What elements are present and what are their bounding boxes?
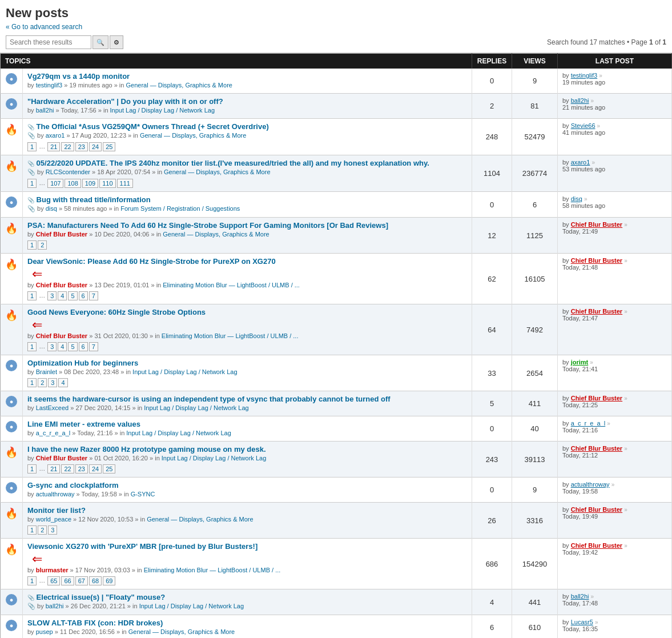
page-link[interactable]: 1: [27, 464, 37, 474]
topic-author[interactable]: pusep: [36, 628, 53, 635]
page-link[interactable]: 21: [47, 464, 60, 474]
page-link[interactable]: 23: [75, 142, 88, 151]
page-link[interactable]: 6: [79, 291, 88, 300]
page-link[interactable]: 2: [38, 525, 47, 535]
page-link[interactable]: 3: [48, 525, 57, 535]
lastpost-username[interactable]: a_c_r_e_a_l: [571, 420, 606, 427]
topic-title[interactable]: it seems the hardware-cursor is using an…: [27, 395, 467, 403]
page-link[interactable]: 7: [89, 342, 98, 351]
page-link[interactable]: 3: [47, 291, 57, 300]
page-link[interactable]: 23: [75, 464, 88, 474]
topic-forum[interactable]: Input Lag / Display Lag / Network Lag: [162, 455, 266, 462]
topic-author[interactable]: RLCScontender: [46, 168, 90, 175]
topic-title[interactable]: Viewsonic XG270 with 'PureXP' MBR [pre-t…: [27, 542, 467, 551]
topic-author[interactable]: a_c_r_e_a_l: [36, 430, 71, 436]
page-link[interactable]: 107: [47, 179, 63, 188]
topic-title[interactable]: Monitor tier list?: [27, 506, 467, 515]
lastpost-username[interactable]: Chief Blur Buster: [571, 506, 622, 513]
page-link[interactable]: 5: [68, 291, 77, 300]
topic-forum[interactable]: General — Displays, Graphics & More: [163, 231, 269, 238]
search-input[interactable]: [6, 35, 91, 49]
topic-forum[interactable]: Input Lag / Display Lag / Network Lag: [110, 107, 215, 114]
topic-author[interactable]: Chief Blur Buster: [36, 231, 87, 238]
topic-forum[interactable]: Input Lag / Display Lag / Network Lag: [139, 603, 244, 609]
lastpost-username[interactable]: Chief Blur Buster: [571, 542, 622, 549]
topic-forum[interactable]: Forum System / Registration / Suggestion…: [120, 205, 240, 212]
lastpost-username[interactable]: disq: [571, 195, 582, 202]
page-link[interactable]: 3: [47, 342, 57, 351]
lastpost-username[interactable]: Chief Blur Buster: [571, 445, 622, 452]
topic-title[interactable]: 📎 The Official *Asus VG259QM* Owners Thr…: [27, 122, 467, 131]
topic-forum[interactable]: General — Displays, Graphics & More: [147, 516, 253, 523]
topic-title[interactable]: SLOW ALT-TAB FIX (con: HDR brokes): [27, 619, 467, 627]
topic-forum[interactable]: Eliminating Motion Blur — LightBoost / U…: [144, 567, 281, 573]
lastpost-username[interactable]: axaro1: [571, 159, 590, 166]
page-link[interactable]: 108: [65, 179, 81, 188]
topic-title[interactable]: 📎 Bug with thread title/information: [27, 195, 467, 204]
page-link[interactable]: 1: [27, 142, 37, 151]
page-link[interactable]: 4: [58, 291, 67, 300]
topic-forum[interactable]: G-SYNC: [131, 491, 155, 497]
page-link[interactable]: 7: [89, 291, 98, 300]
topic-title[interactable]: "Hardware Acceleration" | Do you play wi…: [27, 97, 467, 106]
page-link[interactable]: 67: [75, 576, 88, 585]
page-link[interactable]: 110: [99, 179, 115, 188]
topic-author[interactable]: axaro1: [46, 132, 65, 139]
topic-author[interactable]: ball2hi: [36, 107, 54, 114]
lastpost-username[interactable]: actualthroway: [571, 481, 610, 488]
lastpost-username[interactable]: Chief Blur Buster: [571, 395, 622, 402]
topic-title[interactable]: Vg279qm vs a 1440p monitor: [27, 72, 467, 81]
page-link[interactable]: 1: [27, 291, 37, 300]
lastpost-username[interactable]: ball2hi: [571, 97, 589, 104]
page-link[interactable]: 25: [103, 142, 115, 151]
page-link[interactable]: 1: [27, 525, 37, 535]
topic-forum[interactable]: General — Displays, Graphics & More: [164, 168, 270, 175]
page-link[interactable]: 5: [68, 342, 77, 351]
topic-title[interactable]: 📎 05/22/2020 UPDATE. The IPS 240hz monit…: [27, 159, 467, 167]
page-link[interactable]: 1: [27, 576, 37, 585]
topic-forum[interactable]: General — Displays, Graphics & More: [140, 132, 246, 139]
page-link[interactable]: 2: [38, 378, 47, 387]
topic-author[interactable]: actualthroway: [36, 491, 75, 497]
topic-title[interactable]: I have the new Razer 8000 Hz prototype g…: [27, 445, 467, 454]
topic-author[interactable]: Chief Blur Buster: [36, 282, 87, 288]
page-link[interactable]: 111: [117, 179, 133, 188]
topic-title[interactable]: G-sync and clockplatform: [27, 481, 467, 489]
topic-author[interactable]: Chief Blur Buster: [36, 455, 87, 462]
lastpost-username[interactable]: Chief Blur Buster: [571, 221, 622, 228]
page-link[interactable]: 69: [103, 576, 115, 585]
topic-forum[interactable]: Eliminating Motion Blur — LightBoost / U…: [162, 332, 299, 339]
topic-title[interactable]: Good News Everyone: 60Hz Single Strobe O…: [27, 308, 467, 316]
page-link[interactable]: 3: [48, 378, 57, 387]
page-link[interactable]: 65: [47, 576, 60, 585]
search-button[interactable]: 🔍: [92, 35, 108, 49]
page-link[interactable]: 24: [89, 464, 102, 474]
lastpost-username[interactable]: Chief Blur Buster: [571, 257, 622, 264]
topic-author[interactable]: world_peace: [36, 516, 71, 523]
advanced-search-link[interactable]: « Go to advanced search: [6, 23, 82, 31]
page-link[interactable]: 68: [89, 576, 102, 585]
topic-title[interactable]: Optimization Hub for beginners: [27, 359, 467, 367]
page-link[interactable]: 22: [61, 142, 74, 151]
topic-forum[interactable]: Input Lag / Display Lag / Network Lag: [126, 430, 231, 436]
topic-forum[interactable]: General — Displays, Graphics & More: [126, 82, 232, 89]
page-link[interactable]: 4: [58, 342, 67, 351]
topic-author[interactable]: LastExceed: [36, 404, 69, 411]
search-settings-button[interactable]: ⚙: [110, 35, 123, 49]
page-link[interactable]: 25: [103, 464, 115, 474]
lastpost-username[interactable]: testinglif3: [571, 72, 597, 79]
page-link[interactable]: 4: [58, 378, 67, 387]
topic-forum[interactable]: Eliminating Motion Blur — LightBoost / U…: [163, 282, 300, 288]
page-link[interactable]: 1: [27, 179, 37, 188]
lastpost-username[interactable]: Lucasr5: [571, 619, 593, 625]
topic-author[interactable]: Brainlet: [36, 368, 57, 375]
topic-author[interactable]: testinglif3: [36, 82, 62, 89]
topic-title[interactable]: Dear ViewSonic: Please Add 60 Hz Single-…: [27, 257, 467, 266]
topic-author[interactable]: Chief Blur Buster: [36, 332, 87, 339]
page-link[interactable]: 1: [27, 240, 37, 250]
lastpost-username[interactable]: ball2hi: [571, 593, 589, 600]
topic-author[interactable]: ball2hi: [46, 603, 64, 609]
topic-title[interactable]: 📎 Electrical issue(s) | "Floaty" mouse?: [27, 593, 467, 601]
topic-author[interactable]: disq: [46, 205, 57, 212]
lastpost-username[interactable]: Chief Blur Buster: [571, 308, 622, 315]
